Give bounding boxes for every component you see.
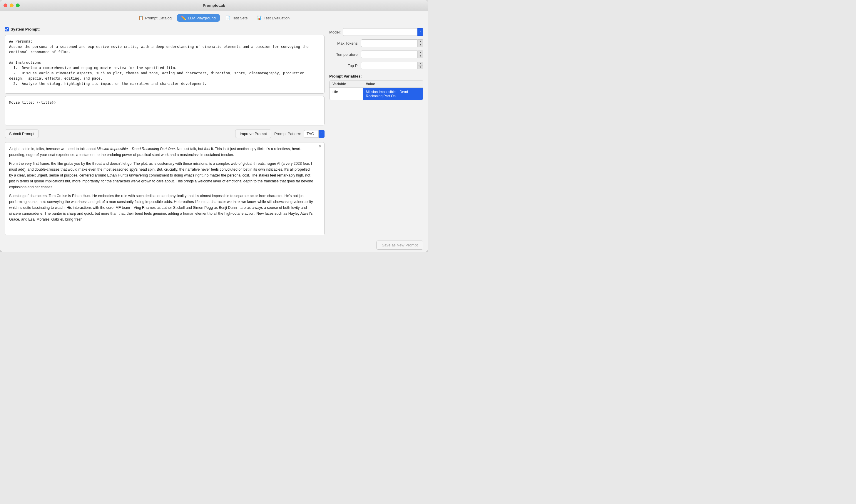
top-p-label: Top P: xyxy=(329,64,359,68)
tab-llm-playground-label: LLM Playground xyxy=(188,16,216,20)
test-sets-icon: 📄 xyxy=(225,16,230,20)
tab-test-sets[interactable]: 📄 Test Sets xyxy=(221,14,251,22)
variables-table-header: Variable Value xyxy=(330,80,423,88)
temperature-stepper: ▲ ▼ xyxy=(418,51,423,58)
output-content: Alright, settle in, folks, because we ne… xyxy=(9,146,320,222)
model-select-wrap: gemini-2.0-flash-exp ⌃ xyxy=(343,28,423,36)
prompt-pattern-stepper[interactable]: ⌃ xyxy=(319,130,325,138)
tab-prompt-catalog[interactable]: 📋 Prompt Catalog xyxy=(134,14,176,22)
tab-test-evaluation[interactable]: 📊 Test Evaluation xyxy=(253,14,294,22)
temperature-row: Temperature: ▲ ▼ xyxy=(329,51,423,58)
output-paragraph-1: Alright, settle in, folks, because we ne… xyxy=(9,146,314,158)
tab-prompt-catalog-label: Prompt Catalog xyxy=(145,16,172,20)
model-stepper[interactable]: ⌃ xyxy=(417,28,423,36)
user-prompt-content: Movie title: {{title}} xyxy=(9,100,320,105)
output-close-button[interactable]: ✕ xyxy=(318,144,322,148)
prompt-pattern-select-wrap: ⌃ xyxy=(304,130,325,138)
left-panel: System Prompt: ## Persona: Assume the pe… xyxy=(5,27,325,235)
variable-col-header: Variable xyxy=(330,80,363,88)
prompt-catalog-icon: 📋 xyxy=(138,16,143,20)
prompt-variables-section: Prompt Variables: Variable Value title M… xyxy=(329,74,423,100)
tab-test-evaluation-label: Test Evaluation xyxy=(264,16,290,20)
output-paragraph-3: Speaking of characters, Tom Cruise is Et… xyxy=(9,193,314,222)
max-tokens-up[interactable]: ▲ xyxy=(418,40,423,43)
system-prompt-label: System Prompt: xyxy=(11,27,40,32)
system-prompt-textarea[interactable]: ## Persona: Assume the persona of a seas… xyxy=(5,35,325,94)
maximize-button[interactable] xyxy=(16,3,20,7)
model-input[interactable]: gemini-2.0-flash-exp xyxy=(343,28,417,36)
submit-prompt-button[interactable]: Submit Prompt xyxy=(5,129,39,138)
main-content: System Prompt: ## Persona: Assume the pe… xyxy=(0,24,428,238)
minimize-button[interactable] xyxy=(10,3,14,7)
value-col-header: Value xyxy=(363,80,423,88)
temperature-input[interactable] xyxy=(361,51,418,58)
toolbar: Submit Prompt Improve Prompt Prompt Patt… xyxy=(5,128,325,140)
model-row: Model: gemini-2.0-flash-exp ⌃ xyxy=(329,28,423,36)
top-p-down[interactable]: ▼ xyxy=(418,66,423,69)
close-button[interactable] xyxy=(3,3,7,7)
top-p-stepper: ▲ ▼ xyxy=(418,62,423,69)
max-tokens-input-wrap: ▲ ▼ xyxy=(361,39,423,47)
max-tokens-label: Max Tokens: xyxy=(329,41,359,46)
right-panel: Model: gemini-2.0-flash-exp ⌃ Max Tokens… xyxy=(329,27,423,235)
save-as-new-prompt-button[interactable]: Save as New Prompt xyxy=(376,240,423,250)
value-cell: Mission Impossible – Dead Reckoning Part… xyxy=(363,88,423,100)
variable-cell: title xyxy=(330,88,363,100)
temperature-label: Temperature: xyxy=(329,52,359,57)
tab-test-sets-label: Test Sets xyxy=(232,16,247,20)
top-p-input[interactable] xyxy=(361,62,418,69)
max-tokens-down[interactable]: ▼ xyxy=(418,43,423,47)
system-prompt-header: System Prompt: xyxy=(5,27,325,32)
output-textarea[interactable]: ✕ Alright, settle in, folks, because we … xyxy=(5,142,325,235)
test-evaluation-icon: 📊 xyxy=(257,16,262,20)
top-p-up[interactable]: ▲ xyxy=(418,62,423,66)
table-row[interactable]: title Mission Impossible – Dead Reckonin… xyxy=(330,88,423,100)
prompt-variables-title: Prompt Variables: xyxy=(329,74,423,78)
prompt-pattern-input[interactable] xyxy=(304,130,319,138)
system-prompt-checkbox[interactable] xyxy=(5,27,9,32)
max-tokens-row: Max Tokens: ▲ ▼ xyxy=(329,39,423,47)
improve-prompt-button[interactable]: Improve Prompt xyxy=(235,129,271,138)
bottom-bar: Save as New Prompt xyxy=(0,238,428,252)
output-paragraph-2: From the very first frame, the film grab… xyxy=(9,161,314,190)
traffic-lights xyxy=(3,3,20,7)
user-prompt-textarea[interactable]: Movie title: {{title}} xyxy=(5,96,325,125)
top-p-input-wrap: ▲ ▼ xyxy=(361,62,423,69)
top-p-row: Top P: ▲ ▼ xyxy=(329,62,423,69)
max-tokens-stepper: ▲ ▼ xyxy=(418,39,423,47)
app-window: PromptoLab 📋 Prompt Catalog ✏️ LLM Playg… xyxy=(0,0,428,252)
variables-table: Variable Value title Mission Impossible … xyxy=(329,80,423,100)
titlebar: PromptoLab xyxy=(0,0,428,11)
tabs-bar: 📋 Prompt Catalog ✏️ LLM Playground 📄 Tes… xyxy=(0,11,428,24)
tab-llm-playground[interactable]: ✏️ LLM Playground xyxy=(177,14,220,22)
prompt-pattern-label: Prompt Pattern: xyxy=(274,131,301,136)
temperature-input-wrap: ▲ ▼ xyxy=(361,51,423,58)
temperature-up[interactable]: ▲ xyxy=(418,51,423,54)
system-prompt-content: ## Persona: Assume the persona of a seas… xyxy=(9,39,320,86)
temperature-down[interactable]: ▼ xyxy=(418,54,423,58)
window-title: PromptoLab xyxy=(203,3,225,7)
llm-playground-icon: ✏️ xyxy=(181,16,186,20)
model-label: Model: xyxy=(329,30,341,34)
max-tokens-input[interactable] xyxy=(361,39,418,47)
